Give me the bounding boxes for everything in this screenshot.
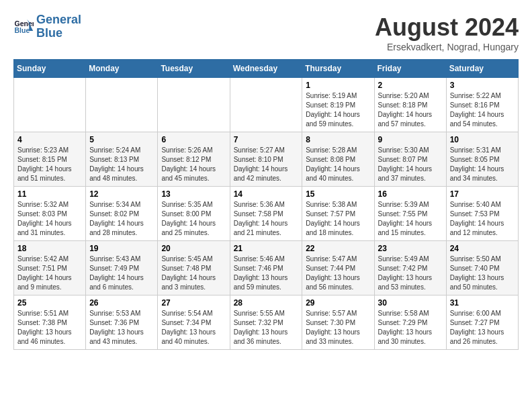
calendar-cell: 13Sunrise: 5:35 AM Sunset: 8:00 PM Dayli… bbox=[158, 187, 230, 241]
day-info: Sunrise: 5:23 AM Sunset: 8:15 PM Dayligh… bbox=[17, 146, 82, 183]
day-number: 26 bbox=[89, 298, 154, 308]
weekday-saturday: Saturday bbox=[446, 60, 518, 78]
day-number: 20 bbox=[161, 244, 226, 253]
day-info: Sunrise: 5:58 AM Sunset: 7:29 PM Dayligh… bbox=[378, 309, 443, 347]
logo-text-line1: General bbox=[36, 13, 81, 27]
day-number: 5 bbox=[89, 135, 154, 144]
day-info: Sunrise: 5:55 AM Sunset: 7:32 PM Dayligh… bbox=[234, 309, 299, 347]
day-info: Sunrise: 5:32 AM Sunset: 8:03 PM Dayligh… bbox=[17, 200, 82, 238]
day-info: Sunrise: 5:57 AM Sunset: 7:30 PM Dayligh… bbox=[306, 309, 370, 347]
day-info: Sunrise: 5:51 AM Sunset: 7:38 PM Dayligh… bbox=[17, 309, 82, 347]
calendar-cell: 15Sunrise: 5:38 AM Sunset: 7:57 PM Dayli… bbox=[302, 187, 374, 241]
weekday-thursday: Thursday bbox=[302, 60, 374, 78]
calendar-cell bbox=[14, 78, 86, 132]
calendar-cell: 2Sunrise: 5:20 AM Sunset: 8:18 PM Daylig… bbox=[374, 78, 446, 132]
calendar-cell bbox=[158, 78, 230, 132]
day-number: 7 bbox=[234, 135, 299, 144]
day-number: 11 bbox=[17, 189, 82, 199]
day-number: 22 bbox=[306, 244, 370, 253]
title-section: August 2024 Ersekvadkert, Nograd, Hungar… bbox=[375, 13, 519, 52]
day-info: Sunrise: 5:24 AM Sunset: 8:13 PM Dayligh… bbox=[89, 146, 154, 183]
day-info: Sunrise: 5:42 AM Sunset: 7:51 PM Dayligh… bbox=[17, 255, 82, 292]
calendar-cell: 30Sunrise: 5:58 AM Sunset: 7:29 PM Dayli… bbox=[374, 295, 446, 350]
calendar-cell: 4Sunrise: 5:23 AM Sunset: 8:15 PM Daylig… bbox=[14, 132, 86, 187]
day-number: 27 bbox=[161, 298, 226, 308]
calendar-cell bbox=[86, 78, 158, 132]
day-info: Sunrise: 5:30 AM Sunset: 8:07 PM Dayligh… bbox=[378, 146, 443, 183]
day-info: Sunrise: 5:39 AM Sunset: 7:55 PM Dayligh… bbox=[378, 200, 443, 238]
day-number: 14 bbox=[234, 189, 299, 199]
day-info: Sunrise: 5:34 AM Sunset: 8:02 PM Dayligh… bbox=[89, 200, 154, 238]
day-number: 30 bbox=[378, 298, 443, 308]
logo-icon: General Blue bbox=[13, 17, 34, 37]
calendar-cell: 21Sunrise: 5:46 AM Sunset: 7:46 PM Dayli… bbox=[230, 241, 302, 295]
day-number: 9 bbox=[378, 135, 443, 144]
day-info: Sunrise: 5:45 AM Sunset: 7:48 PM Dayligh… bbox=[161, 255, 226, 292]
day-info: Sunrise: 5:38 AM Sunset: 7:57 PM Dayligh… bbox=[306, 200, 370, 238]
calendar-cell: 20Sunrise: 5:45 AM Sunset: 7:48 PM Dayli… bbox=[158, 241, 230, 295]
calendar-week-2: 4Sunrise: 5:23 AM Sunset: 8:15 PM Daylig… bbox=[14, 132, 519, 187]
calendar-cell: 6Sunrise: 5:26 AM Sunset: 8:12 PM Daylig… bbox=[158, 132, 230, 187]
weekday-wednesday: Wednesday bbox=[230, 60, 302, 78]
calendar-body: 1Sunrise: 5:19 AM Sunset: 8:19 PM Daylig… bbox=[14, 78, 519, 350]
day-number: 21 bbox=[234, 244, 299, 253]
calendar-cell: 25Sunrise: 5:51 AM Sunset: 7:38 PM Dayli… bbox=[14, 295, 86, 350]
day-number: 2 bbox=[378, 81, 443, 90]
calendar-cell: 26Sunrise: 5:53 AM Sunset: 7:36 PM Dayli… bbox=[86, 295, 158, 350]
calendar-cell: 22Sunrise: 5:47 AM Sunset: 7:44 PM Dayli… bbox=[302, 241, 374, 295]
calendar-cell: 16Sunrise: 5:39 AM Sunset: 7:55 PM Dayli… bbox=[374, 187, 446, 241]
calendar-week-3: 11Sunrise: 5:32 AM Sunset: 8:03 PM Dayli… bbox=[14, 187, 519, 241]
day-info: Sunrise: 5:50 AM Sunset: 7:40 PM Dayligh… bbox=[450, 255, 515, 292]
day-number: 8 bbox=[306, 135, 370, 144]
day-info: Sunrise: 5:43 AM Sunset: 7:49 PM Dayligh… bbox=[89, 255, 154, 292]
day-number: 24 bbox=[450, 244, 515, 253]
svg-text:Blue: Blue bbox=[15, 26, 30, 34]
day-info: Sunrise: 5:26 AM Sunset: 8:12 PM Dayligh… bbox=[161, 146, 226, 183]
calendar-cell: 24Sunrise: 5:50 AM Sunset: 7:40 PM Dayli… bbox=[446, 241, 518, 295]
calendar-cell: 1Sunrise: 5:19 AM Sunset: 8:19 PM Daylig… bbox=[302, 78, 374, 132]
calendar-cell: 17Sunrise: 5:40 AM Sunset: 7:53 PM Dayli… bbox=[446, 187, 518, 241]
calendar-cell: 8Sunrise: 5:28 AM Sunset: 8:08 PM Daylig… bbox=[302, 132, 374, 187]
day-info: Sunrise: 5:36 AM Sunset: 7:58 PM Dayligh… bbox=[234, 200, 299, 238]
day-info: Sunrise: 5:31 AM Sunset: 8:05 PM Dayligh… bbox=[450, 146, 515, 183]
day-info: Sunrise: 5:49 AM Sunset: 7:42 PM Dayligh… bbox=[378, 255, 443, 292]
day-number: 1 bbox=[306, 81, 370, 90]
day-info: Sunrise: 6:00 AM Sunset: 7:27 PM Dayligh… bbox=[450, 309, 515, 347]
day-number: 3 bbox=[450, 81, 515, 90]
weekday-tuesday: Tuesday bbox=[158, 60, 230, 78]
calendar-cell: 27Sunrise: 5:54 AM Sunset: 7:34 PM Dayli… bbox=[158, 295, 230, 350]
calendar-cell bbox=[230, 78, 302, 132]
day-info: Sunrise: 5:54 AM Sunset: 7:34 PM Dayligh… bbox=[161, 309, 226, 347]
day-number: 17 bbox=[450, 189, 515, 199]
day-number: 13 bbox=[161, 189, 226, 199]
calendar-cell: 23Sunrise: 5:49 AM Sunset: 7:42 PM Dayli… bbox=[374, 241, 446, 295]
calendar-table: SundayMondayTuesdayWednesdayThursdayFrid… bbox=[13, 59, 519, 350]
logo: General Blue General Blue bbox=[13, 13, 81, 40]
day-number: 6 bbox=[161, 135, 226, 144]
day-number: 23 bbox=[378, 244, 443, 253]
calendar-cell: 9Sunrise: 5:30 AM Sunset: 8:07 PM Daylig… bbox=[374, 132, 446, 187]
day-number: 25 bbox=[17, 298, 82, 308]
calendar-header: SundayMondayTuesdayWednesdayThursdayFrid… bbox=[14, 60, 519, 78]
day-number: 18 bbox=[17, 244, 82, 253]
day-info: Sunrise: 5:22 AM Sunset: 8:16 PM Dayligh… bbox=[450, 91, 515, 129]
day-number: 29 bbox=[306, 298, 370, 308]
day-info: Sunrise: 5:35 AM Sunset: 8:00 PM Dayligh… bbox=[161, 200, 226, 238]
weekday-friday: Friday bbox=[374, 60, 446, 78]
calendar-cell: 3Sunrise: 5:22 AM Sunset: 8:16 PM Daylig… bbox=[446, 78, 518, 132]
calendar-cell: 11Sunrise: 5:32 AM Sunset: 8:03 PM Dayli… bbox=[14, 187, 86, 241]
day-number: 28 bbox=[234, 298, 299, 308]
calendar-cell: 10Sunrise: 5:31 AM Sunset: 8:05 PM Dayli… bbox=[446, 132, 518, 187]
day-info: Sunrise: 5:40 AM Sunset: 7:53 PM Dayligh… bbox=[450, 200, 515, 238]
day-info: Sunrise: 5:19 AM Sunset: 8:19 PM Dayligh… bbox=[306, 91, 370, 129]
day-number: 19 bbox=[89, 244, 154, 253]
page-header: General Blue General Blue August 2024 Er… bbox=[13, 13, 519, 52]
calendar-cell: 28Sunrise: 5:55 AM Sunset: 7:32 PM Dayli… bbox=[230, 295, 302, 350]
day-number: 16 bbox=[378, 189, 443, 199]
weekday-sunday: Sunday bbox=[14, 60, 86, 78]
location-subtitle: Ersekvadkert, Nograd, Hungary bbox=[375, 42, 519, 52]
day-info: Sunrise: 5:47 AM Sunset: 7:44 PM Dayligh… bbox=[306, 255, 370, 292]
calendar-cell: 12Sunrise: 5:34 AM Sunset: 8:02 PM Dayli… bbox=[86, 187, 158, 241]
weekday-monday: Monday bbox=[86, 60, 158, 78]
day-info: Sunrise: 5:28 AM Sunset: 8:08 PM Dayligh… bbox=[306, 146, 370, 183]
